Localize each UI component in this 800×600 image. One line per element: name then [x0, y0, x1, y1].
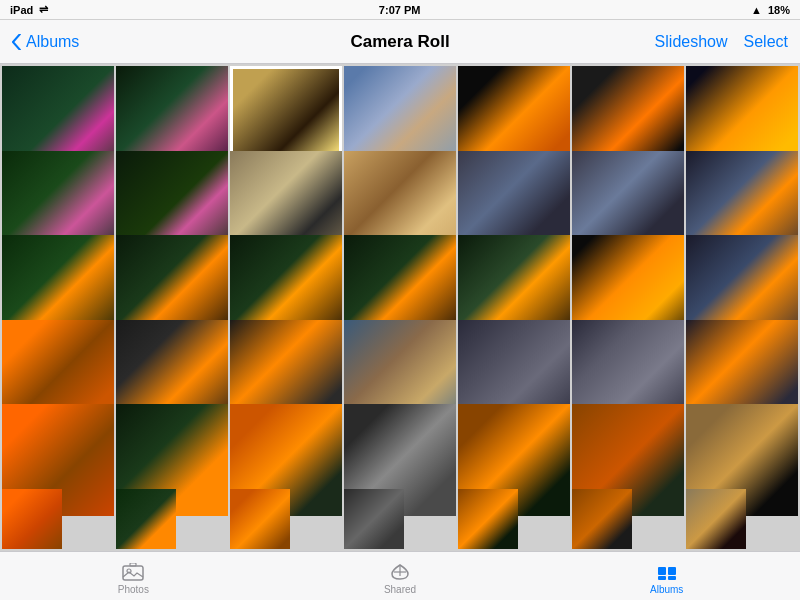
photo-item[interactable] — [230, 489, 290, 549]
shared-icon — [388, 562, 412, 582]
photos-icon — [121, 562, 145, 582]
nav-bar: Albums Camera Roll Slideshow Select — [0, 20, 800, 64]
photo-item[interactable] — [572, 489, 632, 549]
photo-grid — [0, 64, 800, 551]
photo-item[interactable] — [344, 489, 404, 549]
tab-albums-label: Albums — [650, 584, 683, 595]
battery-level: 18% — [768, 4, 790, 16]
slideshow-button[interactable]: Slideshow — [655, 33, 728, 51]
status-bar: iPad ⇌ 7:07 PM ▲ 18% — [0, 0, 800, 20]
tab-shared-label: Shared — [384, 584, 416, 595]
svg-rect-0 — [123, 566, 143, 580]
back-button[interactable]: Albums — [12, 33, 79, 51]
back-label: Albums — [26, 33, 79, 51]
svg-rect-4 — [668, 567, 676, 575]
tab-photos-label: Photos — [118, 584, 149, 595]
svg-rect-3 — [658, 567, 666, 575]
svg-rect-2 — [130, 563, 136, 566]
select-button[interactable]: Select — [744, 33, 788, 51]
tab-shared[interactable]: Shared — [267, 558, 534, 595]
tab-albums[interactable]: Albums — [533, 558, 800, 595]
nav-actions: Slideshow Select — [655, 33, 788, 51]
status-time: 7:07 PM — [379, 4, 421, 16]
status-left: iPad ⇌ — [10, 3, 48, 16]
signal-icon: ▲ — [751, 4, 762, 16]
photo-item[interactable] — [2, 489, 62, 549]
wifi-icon: ⇌ — [39, 3, 48, 16]
svg-rect-6 — [668, 576, 676, 580]
photo-item[interactable] — [116, 489, 176, 549]
status-right: ▲ 18% — [751, 4, 790, 16]
device-label: iPad — [10, 4, 33, 16]
tab-bar: Photos Shared Albums — [0, 551, 800, 600]
svg-rect-5 — [658, 576, 666, 580]
tab-photos[interactable]: Photos — [0, 558, 267, 595]
albums-icon — [655, 562, 679, 582]
photo-item[interactable] — [686, 489, 746, 549]
page-title: Camera Roll — [350, 32, 449, 52]
photo-item[interactable] — [458, 489, 518, 549]
